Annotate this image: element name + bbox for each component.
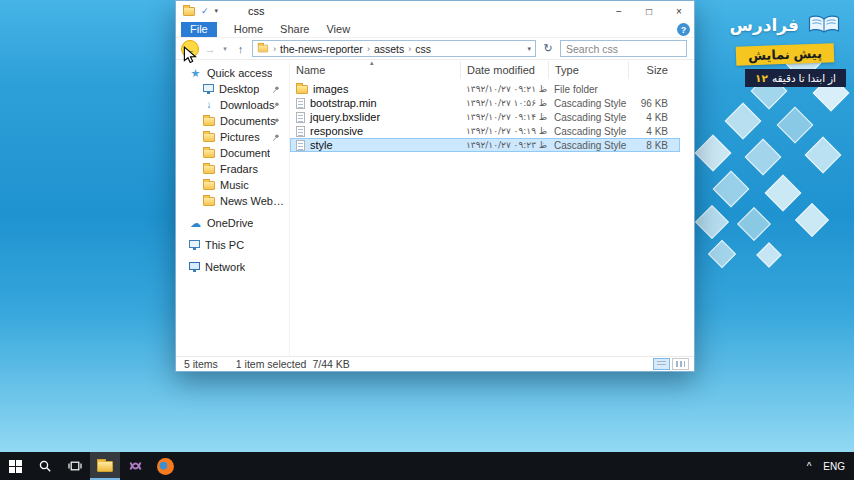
- refresh-button[interactable]: ↻: [541, 42, 555, 55]
- tab-file[interactable]: File: [181, 22, 217, 37]
- start-button[interactable]: [0, 452, 30, 480]
- pin-icon: [272, 133, 280, 142]
- maximize-button[interactable]: □: [634, 1, 664, 21]
- folder-icon: [203, 197, 215, 206]
- file-date: ۱۳۹۲/۱۰/۲۷ ۰۹:۱۴ ق.ظ: [460, 112, 548, 122]
- file-name: bootstrap.min: [310, 97, 377, 109]
- details-view-button[interactable]: [653, 358, 670, 370]
- pin-icon: [272, 101, 280, 110]
- file-name: images: [313, 83, 348, 95]
- sidebar-item-label: Desktop: [219, 83, 259, 95]
- explorer-body: ★ Quick access Desktop ↓ Downloads Docum…: [176, 61, 694, 356]
- breadcrumb-separator: ›: [367, 44, 370, 54]
- file-name-cell: responsive: [290, 125, 460, 137]
- file-row-style-selected[interactable]: style ۱۳۹۲/۱۰/۲۷ ۰۹:۲۳ ق.ظ Cascading Sty…: [290, 138, 680, 152]
- pin-icon: [272, 85, 280, 94]
- breadcrumb-item[interactable]: css: [415, 43, 431, 55]
- search-input[interactable]: [561, 41, 686, 56]
- css-file-icon: [296, 140, 305, 151]
- title-bar[interactable]: ✓ ▾ css − □ ×: [176, 1, 694, 21]
- faradars-book-icon: [806, 14, 842, 36]
- file-size: 96 KB: [628, 98, 674, 109]
- file-name-cell: images: [290, 83, 460, 95]
- address-bar[interactable]: › the-news-reporter › assets › css ▾: [252, 40, 536, 57]
- items-count: 5 items: [184, 358, 218, 370]
- css-file-icon: [296, 98, 305, 109]
- sidebar-item-desktop[interactable]: Desktop: [176, 81, 289, 97]
- sidebar-item-network[interactable]: Network: [176, 259, 289, 275]
- thumbnails-view-button[interactable]: [672, 358, 689, 370]
- sidebar-item-fradars[interactable]: Fradars: [176, 161, 289, 177]
- brand-name: فرادرس: [729, 15, 799, 36]
- file-type: Cascading Style S...: [548, 126, 628, 137]
- column-header-date-modified[interactable]: Date modified: [460, 61, 548, 79]
- address-dropdown-chevron-icon[interactable]: ▾: [527, 45, 531, 53]
- column-header-type[interactable]: Type: [548, 61, 628, 79]
- onedrive-cloud-icon: ☁: [189, 218, 202, 229]
- navigation-pane: ★ Quick access Desktop ↓ Downloads Docum…: [176, 61, 289, 356]
- sidebar-item-label: Documents: [220, 115, 276, 127]
- column-header-name[interactable]: Name: [290, 61, 460, 79]
- file-row-jquery-bxslider[interactable]: jquery.bxslider ۱۳۹۲/۱۰/۲۷ ۰۹:۱۴ ق.ظ Cas…: [290, 110, 680, 124]
- breadcrumb-item[interactable]: assets: [374, 43, 404, 55]
- navigation-bar: ← → ▾ ↑ › the-news-reporter › assets › c…: [176, 38, 694, 60]
- selection-status: 1 item selected: [236, 358, 307, 370]
- sidebar-item-this-pc[interactable]: This PC: [176, 237, 289, 253]
- help-button[interactable]: ?: [677, 23, 690, 36]
- status-bar: 5 items 1 item selected 7/44 KB: [176, 356, 694, 371]
- column-header-size[interactable]: Size: [628, 61, 674, 79]
- forward-button[interactable]: →: [204, 43, 216, 55]
- quick-access-toolbar: ✓ ▾: [176, 6, 218, 16]
- tab-home[interactable]: Home: [234, 23, 263, 35]
- sidebar-item-documents[interactable]: Documents: [176, 113, 289, 129]
- sidebar-item-music[interactable]: Music: [176, 177, 289, 193]
- folder-icon: [203, 165, 215, 174]
- sidebar-item-onedrive[interactable]: ☁ OneDrive: [176, 215, 289, 231]
- range-badge: از ابتدا تا دقیقه ۱۲: [745, 69, 846, 87]
- file-row-bootstrap-min[interactable]: bootstrap.min ۱۳۹۲/۱۰/۲۷ ۱۰:۵۶ ق.ظ Casca…: [290, 96, 680, 110]
- task-view-icon: [68, 459, 82, 473]
- windows-logo-icon: [9, 460, 22, 473]
- tab-view[interactable]: View: [326, 23, 350, 35]
- view-toggles: [651, 358, 689, 370]
- file-row-images[interactable]: images ۱۳۹۲/۱۰/۲۷ ۰۹:۲۱ ق.ظ File folder: [290, 82, 680, 96]
- breadcrumb-separator: ›: [273, 44, 276, 54]
- up-button[interactable]: ↑: [234, 43, 247, 55]
- taskbar-search-button[interactable]: [30, 452, 60, 480]
- qat-check-icon[interactable]: ✓: [201, 6, 209, 16]
- tray-chevron-icon[interactable]: ^: [807, 461, 812, 472]
- ribbon-tabs: File Home Share View ?: [176, 21, 694, 38]
- taskbar-file-explorer-button[interactable]: [90, 452, 120, 480]
- brand-row: فرادرس: [729, 14, 842, 36]
- sidebar-item-news-website[interactable]: News Website: [176, 193, 289, 209]
- taskbar: ^ ENG: [0, 452, 854, 480]
- file-list: ▴ Name Date modified Type Size images ۱۳…: [289, 61, 694, 356]
- file-type: Cascading Style S...: [548, 98, 628, 109]
- file-date: ۱۳۹۲/۱۰/۲۷ ۱۰:۵۶ ق.ظ: [460, 98, 548, 108]
- task-view-button[interactable]: [60, 452, 90, 480]
- breadcrumb-item[interactable]: the-news-reporter: [280, 43, 363, 55]
- sidebar-item-downloads[interactable]: ↓ Downloads: [176, 97, 289, 113]
- sidebar-item-document[interactable]: Document: [176, 145, 289, 161]
- taskbar-firefox-button[interactable]: [150, 452, 180, 480]
- tab-share[interactable]: Share: [280, 23, 309, 35]
- file-size: 8 KB: [628, 140, 674, 151]
- qat-customize-chevron-icon[interactable]: ▾: [215, 7, 219, 15]
- explorer-window: ✓ ▾ css − □ × File Home Share View ? ← →…: [175, 0, 695, 372]
- file-name-cell: style: [290, 139, 460, 151]
- sidebar-quick-access[interactable]: ★ Quick access: [176, 65, 289, 81]
- css-file-icon: [296, 112, 305, 123]
- language-indicator[interactable]: ENG: [823, 461, 845, 472]
- sidebar-item-pictures[interactable]: Pictures: [176, 129, 289, 145]
- minimize-button[interactable]: −: [604, 1, 634, 21]
- taskbar-visual-studio-button[interactable]: [120, 452, 150, 480]
- sidebar-item-label: OneDrive: [207, 217, 253, 229]
- file-date: ۱۳۹۲/۱۰/۲۷ ۰۹:۲۳ ق.ظ: [460, 140, 548, 150]
- sidebar-item-label: Music: [220, 179, 249, 191]
- close-button[interactable]: ×: [664, 1, 694, 21]
- file-type: File folder: [548, 84, 628, 95]
- recent-locations-chevron-icon[interactable]: ▾: [221, 45, 229, 53]
- file-row-responsive[interactable]: responsive ۱۳۹۲/۱۰/۲۷ ۰۹:۱۹ ق.ظ Cascadin…: [290, 124, 680, 138]
- qat-folder-icon[interactable]: [183, 7, 195, 16]
- this-pc-icon: [189, 240, 200, 248]
